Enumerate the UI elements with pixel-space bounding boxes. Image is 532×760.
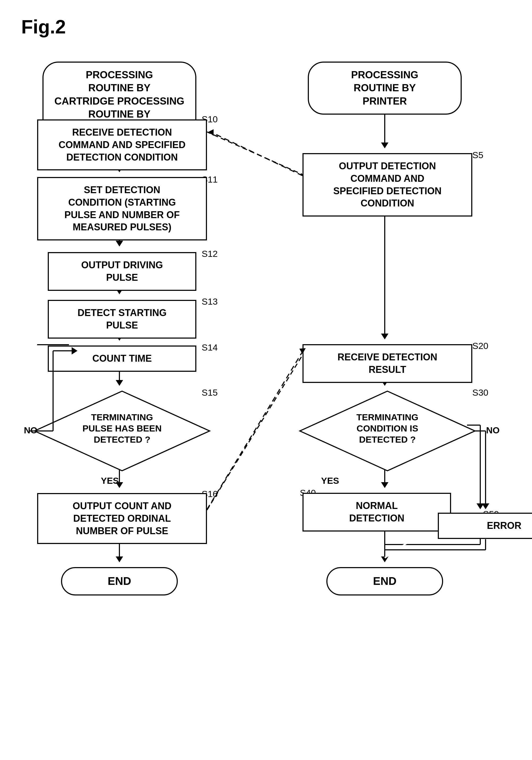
svg-text:PULSE HAS BEEN: PULSE HAS BEEN xyxy=(82,423,162,433)
right-start-oval: PROCESSINGROUTINE BYPRINTER xyxy=(308,62,462,115)
step-S16: OUTPUT COUNT ANDDETECTED ORDINALNUMBER O… xyxy=(37,493,207,544)
page: Fig.2 xyxy=(0,0,532,760)
yes-label-S30: YES xyxy=(321,476,339,486)
svg-marker-18 xyxy=(116,556,123,562)
step-S11: SET DETECTIONCONDITION (STARTINGPULSE AN… xyxy=(37,177,207,240)
svg-marker-22 xyxy=(381,334,388,339)
step-S10: RECEIVE DETECTIONCOMMAND AND SPECIFIEDDE… xyxy=(37,119,207,170)
step-label-S13: S13 xyxy=(202,296,218,307)
svg-marker-5 xyxy=(116,241,123,247)
fig-title: Fig.2 xyxy=(21,16,511,38)
left-start-label: PROCESSING ROUTINE BY CARTRIDGE xyxy=(54,69,153,107)
step-S50: ERROR xyxy=(438,513,532,539)
step-S12: OUTPUT DRIVINGPULSE xyxy=(48,252,196,291)
svg-marker-31 xyxy=(476,503,484,509)
right-end-oval: END xyxy=(326,567,443,595)
svg-marker-13 xyxy=(116,380,123,386)
svg-text:TERMINATING: TERMINATING xyxy=(91,412,153,422)
svg-text:CONDITION IS: CONDITION IS xyxy=(357,423,418,433)
step-S20: RECEIVE DETECTIONRESULT xyxy=(303,344,472,383)
step-label-S5: S5 xyxy=(472,150,483,160)
loop-arrow-join xyxy=(37,344,69,345)
svg-marker-26 xyxy=(381,482,388,488)
step-label-S12: S12 xyxy=(202,249,218,259)
step-S14: COUNT TIME xyxy=(48,346,196,372)
step-S15-diamond: TERMINATING PULSE HAS BEEN DETECTED ? xyxy=(29,389,215,473)
step-S40: NORMALDETECTION xyxy=(303,493,451,532)
svg-line-38 xyxy=(207,351,305,510)
svg-text:TERMINATING: TERMINATING xyxy=(356,412,418,422)
no-label-S15: NO xyxy=(24,425,37,436)
step-label-S14: S14 xyxy=(202,342,218,353)
svg-marker-20 xyxy=(381,142,388,148)
no-label-S30: NO xyxy=(486,425,500,436)
step-label-S20: S20 xyxy=(472,341,489,351)
yes-label-S15: YES xyxy=(101,476,119,486)
svg-text:DETECTED ?: DETECTED ? xyxy=(359,434,415,445)
step-S5: OUTPUT DETECTIONCOMMAND ANDSPECIFIED DET… xyxy=(303,153,472,216)
svg-text:DETECTED ?: DETECTED ? xyxy=(94,434,150,445)
step-S30-diamond: TERMINATING CONDITION IS DETECTED ? xyxy=(295,389,480,473)
left-end-oval: END xyxy=(61,567,178,595)
step-S13: DETECT STARTINGPULSE xyxy=(48,300,196,339)
svg-line-36 xyxy=(207,132,305,176)
